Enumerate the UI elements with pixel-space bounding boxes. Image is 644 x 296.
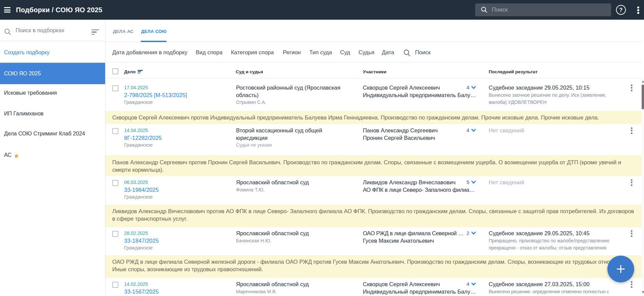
svg-text:?: ? <box>619 7 623 13</box>
